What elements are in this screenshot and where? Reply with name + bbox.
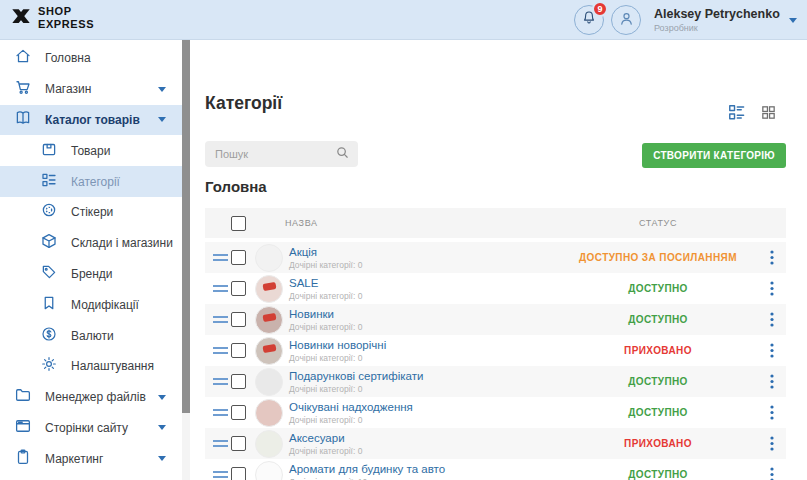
sidebar-item-warehouses[interactable]: Склади і магазини: [0, 228, 182, 259]
user-avatar-button[interactable]: [611, 5, 641, 35]
drag-handle-icon[interactable]: [213, 285, 228, 292]
row-checkbox[interactable]: [231, 250, 246, 265]
row-checkbox[interactable]: [231, 467, 246, 480]
sidebar-item-settings[interactable]: Налаштування: [0, 351, 182, 382]
dollar-circle-icon: [40, 325, 58, 347]
sidebar-scrollbar-thumb[interactable]: [182, 40, 190, 413]
sidebar-item-catalog[interactable]: Каталог товарів: [0, 105, 182, 136]
category-name-link[interactable]: Акція: [289, 246, 558, 258]
list-view-icon[interactable]: [727, 103, 746, 126]
chevron-down-icon[interactable]: [789, 18, 797, 23]
category-children-count: Дочірні категорії: 0: [289, 384, 558, 394]
table-row: Акція Дочірні категорії: 0 ДОСТУПНО ЗА П…: [205, 242, 786, 273]
section-title: Головна: [205, 178, 267, 195]
main-content: Категорії СТВОРИТИ КАТЕГОРІЮ Головна НАЗ…: [190, 40, 807, 480]
category-name-link[interactable]: Подарункові сертифікати: [289, 370, 558, 382]
sidebar-item-site-pages[interactable]: Сторінки сайту: [0, 413, 182, 444]
category-name-link[interactable]: Аксесуари: [289, 432, 558, 444]
sidebar-scrollbar-track[interactable]: [182, 40, 190, 480]
sidebar-item-modifications[interactable]: Модифікації: [0, 289, 182, 320]
table-row: Аксесуари Дочірні категорії: 0 ПРИХОВАНО: [205, 428, 786, 459]
shopexpress-logo-icon: [10, 5, 32, 31]
sidebar-item-categories[interactable]: Категорії: [0, 166, 182, 197]
row-checkbox[interactable]: [231, 436, 246, 451]
category-children-count: Дочірні категорії: 10: [289, 477, 558, 480]
user-cluster: 9 Aleksey Petrychenko Розробник: [574, 0, 797, 40]
category-name-link[interactable]: SALE: [289, 277, 558, 289]
row-menu-button[interactable]: [758, 312, 786, 327]
drag-handle-icon[interactable]: [213, 378, 228, 385]
drag-handle-icon[interactable]: [213, 347, 228, 354]
sidebar-item-label: Каталог товарів: [45, 113, 140, 127]
sidebar-item-label: Бренди: [71, 267, 113, 281]
status-badge: ПРИХОВАНО: [558, 345, 758, 356]
category-children-count: Дочірні категорії: 0: [289, 260, 558, 270]
categories-table: НАЗВА СТАТУС Акція Дочірні категорії: 0 …: [205, 208, 786, 480]
row-checkbox[interactable]: [231, 374, 246, 389]
tag-icon: [40, 263, 58, 285]
category-children-count: Дочірні категорії: 0: [289, 415, 558, 425]
drag-handle-icon[interactable]: [213, 471, 228, 478]
drag-handle-icon[interactable]: [213, 254, 228, 261]
row-checkbox[interactable]: [231, 312, 246, 327]
drag-handle-icon[interactable]: [213, 440, 228, 447]
sidebar-item-file-manager[interactable]: Менеджер файлів: [0, 382, 182, 413]
row-menu-button[interactable]: [758, 281, 786, 296]
drag-handle-icon[interactable]: [213, 316, 228, 323]
row-checkbox[interactable]: [231, 343, 246, 358]
sidebar-item-label: Магазин: [45, 82, 91, 96]
page-title: Категорії: [205, 93, 282, 114]
user-info[interactable]: Aleksey Petrychenko Розробник: [654, 7, 782, 33]
category-name-link[interactable]: Очікувані надходження: [289, 401, 558, 413]
chevron-down-icon: [158, 87, 166, 92]
row-menu-button[interactable]: [758, 467, 786, 480]
category-children-count: Дочірні категорії: 0: [289, 446, 558, 456]
cart-icon: [14, 78, 32, 100]
clipboard-icon: [14, 448, 32, 470]
sidebar-item-label: Модифікації: [71, 298, 139, 312]
create-category-button[interactable]: СТВОРИТИ КАТЕГОРІЮ: [642, 143, 786, 168]
search-icon[interactable]: [335, 145, 350, 164]
select-all-checkbox[interactable]: [231, 216, 246, 231]
browser-window-icon: [14, 417, 32, 439]
sidebar-item-label: Головна: [45, 51, 91, 65]
gear-icon: [40, 355, 58, 377]
sidebar-item-products[interactable]: Товари: [0, 135, 182, 166]
sidebar-item-stickers[interactable]: Стікери: [0, 197, 182, 228]
category-name-link[interactable]: Новинки новорічні: [289, 339, 558, 351]
drag-handle-icon[interactable]: [213, 409, 228, 416]
category-children-count: Дочірні категорії: 0: [289, 353, 558, 363]
row-menu-button[interactable]: [758, 436, 786, 451]
sidebar-item-shop[interactable]: Магазин: [0, 74, 182, 105]
sidebar-item-home[interactable]: Головна: [0, 43, 182, 74]
row-checkbox[interactable]: [231, 281, 246, 296]
search-box: [205, 141, 358, 167]
status-badge: ПРИХОВАНО: [558, 438, 758, 449]
category-thumbnail: [255, 306, 283, 334]
category-name-link[interactable]: Аромати для будинку та авто: [289, 463, 558, 475]
category-name-link[interactable]: Новинки: [289, 308, 558, 320]
table-row: Новинки новорічні Дочірні категорії: 0 П…: [205, 335, 786, 366]
row-menu-button[interactable]: [758, 250, 786, 265]
row-menu-button[interactable]: [758, 405, 786, 420]
status-badge: ДОСТУПНО: [558, 469, 758, 480]
brand-line1: SHOP: [38, 5, 94, 18]
row-checkbox[interactable]: [231, 405, 246, 420]
search-input[interactable]: [215, 148, 335, 160]
sidebar-item-marketing[interactable]: Маркетинг: [0, 443, 182, 474]
column-header-name: НАЗВА: [285, 218, 558, 228]
brand-logo[interactable]: SHOP EXPRESS: [10, 5, 94, 31]
grid-view-icon[interactable]: [760, 104, 777, 125]
sidebar-item-currencies[interactable]: Валюти: [0, 320, 182, 351]
table-row: Аромати для будинку та авто Дочірні кате…: [205, 459, 786, 480]
notifications-button[interactable]: 9: [574, 5, 604, 35]
sidebar-item-brands[interactable]: Бренди: [0, 259, 182, 290]
table-row: Очікувані надходження Дочірні категорії:…: [205, 397, 786, 428]
category-thumbnail: [255, 461, 283, 480]
row-menu-button[interactable]: [758, 374, 786, 389]
user-name: Aleksey Petrychenko: [654, 7, 782, 21]
status-badge: ДОСТУПНО: [558, 407, 758, 418]
list-icon: [40, 171, 58, 193]
row-menu-button[interactable]: [758, 343, 786, 358]
status-badge: ДОСТУПНО: [558, 376, 758, 387]
